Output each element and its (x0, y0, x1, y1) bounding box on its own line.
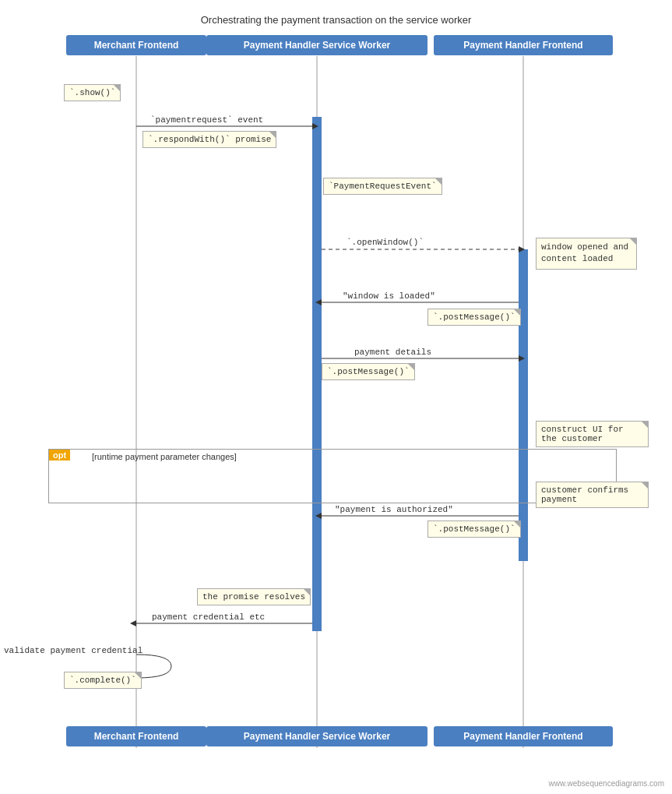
svg-marker-6 (312, 123, 318, 129)
note-windowOpened: window opened and content loaded (536, 238, 637, 270)
note-respondWith: `.respondWith()` promise (142, 131, 276, 148)
note-validateCredential: validate payment credential (4, 645, 142, 656)
note-complete: `.complete()` (64, 672, 142, 689)
lifeline-payfrontend-bottom: Payment Handler Frontend (434, 726, 613, 746)
opt-box: opt [runtime payment parameter changes] (48, 449, 617, 503)
note-show: `.show()` (64, 84, 121, 101)
note-paymentRequestEvent: `PaymentRequestEvent` (323, 178, 442, 195)
note-postMessage2: `.postMessage()` (322, 363, 415, 380)
svg-marker-12 (519, 355, 525, 362)
opt-condition: [runtime payment parameter changes] (92, 452, 237, 461)
svg-rect-4 (519, 249, 528, 561)
label-paymentCredential: payment credential etc (152, 612, 265, 622)
diagram-container: Orchestrating the payment transaction on… (0, 0, 672, 794)
label-paymentAuthorized: "payment is authorized" (335, 505, 453, 514)
label-paymentDetails: payment details (354, 348, 431, 357)
svg-marker-16 (130, 620, 136, 626)
note-promiseResolves: the promise resolves (197, 588, 311, 605)
label-windowLoaded: "window is loaded" (343, 291, 435, 301)
note-customerConfirms: customer confirms payment (536, 482, 649, 508)
lifeline-payfrontend-top: Payment Handler Frontend (434, 35, 613, 55)
note-constructUI: construct UI for the customer (536, 421, 649, 447)
label-openWindow: `.openWindow()` (347, 238, 424, 247)
lifeline-paysw-top: Payment Handler Service Worker (206, 35, 427, 55)
label-paymentrequest: `paymentrequest` event (150, 115, 263, 125)
diagram-title: Orchestrating the payment transaction on… (0, 8, 672, 26)
watermark: www.websequencediagrams.com (549, 779, 664, 788)
svg-rect-3 (312, 117, 322, 631)
svg-marker-8 (519, 246, 525, 252)
lifeline-merchant-top: Merchant Frontend (66, 35, 206, 55)
lifeline-merchant-bottom: Merchant Frontend (66, 726, 206, 746)
note-postMessage1: `.postMessage()` (427, 309, 521, 326)
svg-marker-10 (315, 299, 322, 305)
opt-label: opt (49, 450, 70, 461)
svg-marker-14 (315, 513, 322, 519)
note-postMessage3: `.postMessage()` (427, 521, 521, 538)
lifeline-paysw-bottom: Payment Handler Service Worker (206, 726, 427, 746)
